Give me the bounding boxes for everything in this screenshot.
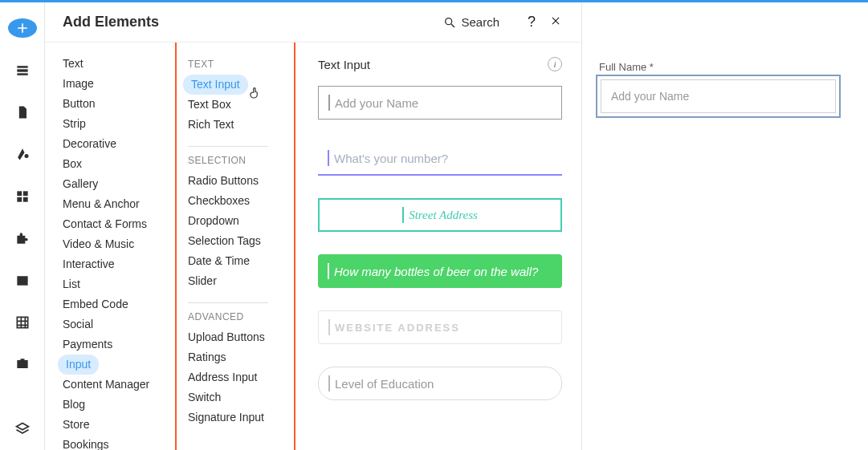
subcategory-list: TEXTText InputText BoxRich TextSELECTION… bbox=[172, 43, 299, 450]
category-item[interactable]: Store bbox=[63, 415, 172, 435]
preview-input-rounded[interactable]: Level of Education bbox=[318, 367, 562, 400]
category-item[interactable]: Decorative bbox=[63, 134, 172, 154]
preview-input-green[interactable]: How many bottles of beer on the wall? bbox=[318, 254, 562, 288]
svg-rect-0 bbox=[17, 66, 27, 68]
subcategory-item[interactable]: Text Input bbox=[183, 75, 248, 95]
image-icon bbox=[14, 273, 31, 289]
search-icon bbox=[443, 16, 456, 29]
subcategory-item[interactable]: Signature Input bbox=[188, 407, 283, 428]
add-button[interactable] bbox=[8, 18, 37, 38]
text-caret-icon bbox=[328, 375, 330, 391]
page-icon bbox=[14, 104, 31, 120]
subcategory-item[interactable]: Slider bbox=[188, 271, 283, 291]
canvas-text-input[interactable]: Add your Name bbox=[601, 79, 836, 113]
category-item[interactable]: Bookings bbox=[63, 435, 172, 450]
svg-rect-5 bbox=[22, 191, 27, 196]
canvas-selected-element: Full Name * Add your Name bbox=[596, 61, 841, 118]
category-item[interactable]: Interactive bbox=[63, 254, 172, 274]
design-button[interactable] bbox=[8, 144, 37, 164]
close-icon bbox=[550, 15, 561, 26]
category-item[interactable]: Input bbox=[58, 355, 99, 375]
preview-placeholder: Level of Education bbox=[335, 377, 434, 391]
text-caret-icon bbox=[328, 319, 330, 335]
category-item[interactable]: Blog bbox=[63, 395, 172, 415]
category-item[interactable]: Social bbox=[63, 314, 172, 334]
layers-button[interactable] bbox=[8, 420, 37, 439]
preview-placeholder: What's your number? bbox=[334, 152, 448, 165]
business-button[interactable] bbox=[8, 355, 37, 374]
preview-list: Text Input i Add your Name What's your n… bbox=[299, 43, 581, 450]
panel-header: Add Elements Search ? bbox=[45, 2, 581, 43]
subcategory-item[interactable]: Address Input bbox=[188, 367, 283, 387]
sub-group-title: ADVANCED bbox=[188, 311, 283, 322]
text-caret-icon bbox=[328, 95, 330, 111]
category-item[interactable]: Gallery bbox=[63, 174, 172, 194]
text-caret-icon bbox=[402, 207, 404, 223]
category-item[interactable]: Menu & Anchor bbox=[63, 194, 172, 214]
pages-button[interactable] bbox=[8, 103, 37, 122]
panel-title: Add Elements bbox=[63, 14, 443, 30]
sub-group-title: SELECTION bbox=[188, 155, 283, 166]
category-list: TextImageButtonStripDecorativeBoxGallery… bbox=[45, 43, 172, 450]
category-item[interactable]: Contact & Forms bbox=[63, 214, 172, 234]
divider bbox=[188, 146, 268, 147]
search-button[interactable]: Search bbox=[443, 15, 499, 29]
design-icon bbox=[14, 146, 31, 162]
media-button[interactable] bbox=[8, 270, 37, 290]
briefcase-icon bbox=[14, 356, 31, 372]
category-item[interactable]: Strip bbox=[63, 114, 172, 134]
preview-input-caps[interactable]: WEBSITE ADDRESS bbox=[318, 310, 562, 344]
divider bbox=[188, 302, 268, 303]
sections-button[interactable] bbox=[8, 60, 37, 79]
sub-group-title: TEXT bbox=[188, 59, 283, 70]
canvas-field-label: Full Name * bbox=[596, 61, 841, 73]
subcategory-item[interactable]: Selection Tags bbox=[188, 231, 283, 251]
subcategory-item[interactable]: Ratings bbox=[188, 347, 283, 367]
subcategory-item[interactable]: Checkboxes bbox=[188, 191, 283, 211]
preview-input-plain[interactable]: Add your Name bbox=[318, 86, 562, 120]
text-caret-icon bbox=[328, 150, 329, 166]
category-item[interactable]: Text bbox=[63, 54, 172, 74]
info-icon[interactable]: i bbox=[548, 57, 562, 71]
sections-icon bbox=[14, 63, 31, 79]
category-item[interactable]: Button bbox=[63, 94, 172, 114]
selection-outline[interactable]: Add your Name bbox=[596, 75, 841, 118]
layers-icon bbox=[14, 421, 31, 437]
category-item[interactable]: List bbox=[63, 274, 172, 294]
puzzle-icon bbox=[14, 230, 31, 246]
subcategory-item[interactable]: Radio Buttons bbox=[188, 171, 283, 191]
svg-rect-2 bbox=[17, 73, 27, 75]
svg-point-8 bbox=[446, 18, 452, 24]
category-item[interactable]: Content Manager bbox=[63, 375, 172, 395]
close-button[interactable] bbox=[548, 14, 564, 30]
svg-line-9 bbox=[451, 24, 454, 27]
category-item[interactable]: Payments bbox=[63, 334, 172, 355]
subcategory-item[interactable]: Switch bbox=[188, 387, 283, 407]
add-elements-panel: Add Elements Search ? TextImageButtonStr… bbox=[44, 2, 582, 450]
apps-button[interactable] bbox=[8, 187, 37, 206]
preview-placeholder: How many bottles of beer on the wall? bbox=[334, 265, 538, 278]
svg-rect-4 bbox=[17, 191, 22, 196]
panel-body: TextImageButtonStripDecorativeBoxGallery… bbox=[45, 43, 581, 450]
grid-icon bbox=[14, 314, 31, 330]
svg-rect-7 bbox=[22, 197, 27, 202]
preview-heading: Text Input bbox=[318, 58, 370, 71]
subcategory-item[interactable]: Text Box bbox=[188, 95, 283, 115]
data-button[interactable] bbox=[8, 313, 37, 332]
subcategory-item[interactable]: Dropdown bbox=[188, 211, 283, 231]
category-item[interactable]: Embed Code bbox=[63, 294, 172, 314]
preview-placeholder: WEBSITE ADDRESS bbox=[335, 322, 460, 334]
subcategory-item[interactable]: Date & Time bbox=[188, 251, 283, 271]
subcategory-item[interactable]: Rich Text bbox=[188, 115, 283, 135]
canvas-placeholder: Add your Name bbox=[611, 90, 689, 103]
category-item[interactable]: Box bbox=[63, 154, 172, 174]
help-button[interactable]: ? bbox=[524, 14, 540, 30]
preview-input-teal[interactable]: Street Address bbox=[318, 198, 562, 232]
preview-input-underline[interactable]: What's your number? bbox=[318, 142, 562, 176]
apps-icon bbox=[14, 189, 31, 205]
category-item[interactable]: Video & Music bbox=[63, 234, 172, 254]
plus-icon bbox=[14, 20, 31, 36]
subcategory-item[interactable]: Upload Buttons bbox=[188, 327, 283, 347]
app-market-button[interactable] bbox=[8, 229, 37, 248]
category-item[interactable]: Image bbox=[63, 74, 172, 94]
